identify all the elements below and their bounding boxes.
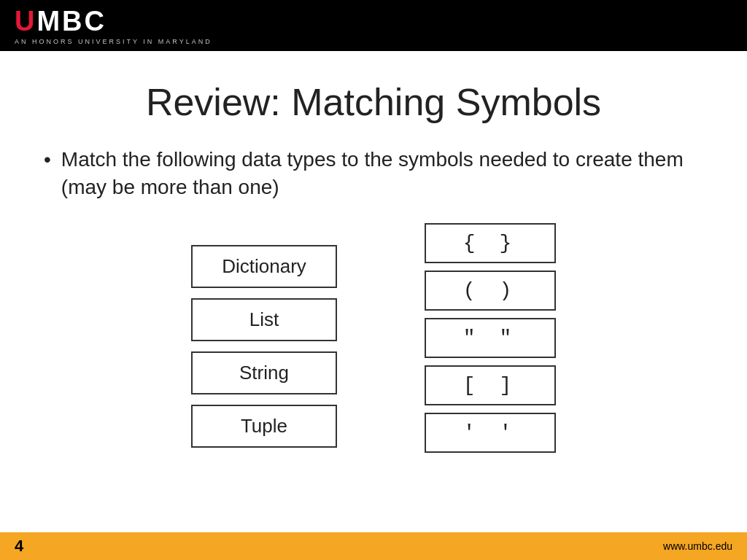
- right-box-singlequote: ' ': [425, 413, 556, 453]
- main-content: Review: Matching Symbols • Match the fol…: [0, 51, 747, 453]
- right-box-paren: ( ): [425, 271, 556, 311]
- right-box-bracket: [ ]: [425, 365, 556, 405]
- left-box-tuple: Tuple: [191, 405, 337, 448]
- right-box-curly: { }: [425, 223, 556, 263]
- matching-area: Dictionary List String Tuple { } ( ) " ": [44, 223, 703, 453]
- page-number: 4: [15, 537, 23, 556]
- slide-title: Review: Matching Symbols: [44, 80, 703, 124]
- logo-letter-rest: MBC: [36, 6, 107, 36]
- logo-text: UMBC: [15, 7, 107, 35]
- footer: 4 www.umbc.edu: [0, 532, 747, 560]
- logo-subtitle: AN HONORS UNIVERSITY IN MARYLAND: [15, 38, 732, 45]
- right-column: { } ( ) " " [ ] ' ': [425, 223, 556, 453]
- left-box-dictionary: Dictionary: [191, 245, 337, 288]
- left-box-string: String: [191, 351, 337, 394]
- bullet-section: • Match the following data types to the …: [44, 146, 703, 201]
- logo-mark: UMBC: [15, 7, 732, 35]
- footer-url: www.umbc.edu: [663, 540, 732, 552]
- right-box-doublequote: " ": [425, 318, 556, 358]
- bullet-item: • Match the following data types to the …: [44, 146, 703, 201]
- bullet-text: Match the following data types to the sy…: [61, 146, 703, 201]
- left-box-list: List: [191, 298, 337, 341]
- bullet-dot: •: [44, 146, 51, 174]
- umbc-logo: UMBC AN HONORS UNIVERSITY IN MARYLAND: [15, 7, 732, 45]
- header-bar: UMBC AN HONORS UNIVERSITY IN MARYLAND: [0, 0, 747, 51]
- logo-letter-u: U: [15, 6, 36, 36]
- left-column: Dictionary List String Tuple: [191, 245, 337, 453]
